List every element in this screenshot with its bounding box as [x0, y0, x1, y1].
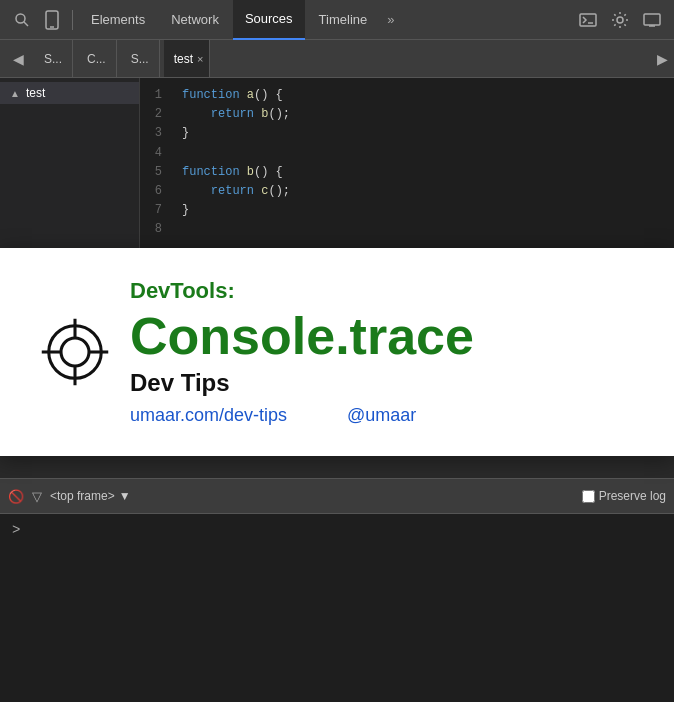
website-link[interactable]: umaar.com/dev-tips — [130, 405, 287, 426]
format-icon: ▶ — [657, 51, 668, 67]
card-links: umaar.com/dev-tips @umaar — [130, 405, 634, 426]
devtools-window: Elements Network Sources Timeline » — [0, 0, 674, 702]
subtab-snippets[interactable]: S... — [34, 40, 73, 77]
console-toolbar: 🚫 ▽ <top frame> ▼ Preserve log — [0, 478, 674, 514]
card-subtitle: Dev Tips — [130, 369, 634, 397]
file-tab-test[interactable]: test × — [164, 40, 211, 77]
tab-sources[interactable]: Sources — [233, 0, 305, 40]
card-label: DevTools: — [130, 278, 634, 304]
svg-point-6 — [617, 17, 623, 23]
clear-console-icon[interactable]: 🚫 — [8, 489, 24, 504]
svg-line-1 — [24, 22, 28, 26]
overlay-card: DevTools: Console.trace Dev Tips umaar.c… — [0, 248, 674, 456]
empty-space — [0, 584, 674, 702]
tab-timeline[interactable]: Timeline — [307, 0, 380, 40]
preserve-log-checkbox[interactable] — [582, 490, 595, 503]
search-icon[interactable] — [8, 6, 36, 34]
gear-icon[interactable] — [606, 6, 634, 34]
console-output: > — [0, 514, 674, 584]
back-nav-icon[interactable]: ◀ — [6, 47, 30, 71]
main-toolbar: Elements Network Sources Timeline » — [0, 0, 674, 40]
preserve-log-toggle[interactable]: Preserve log — [582, 489, 666, 503]
device-icon[interactable] — [38, 6, 66, 34]
toolbar-right — [574, 6, 666, 34]
subtoolbar-right-icon[interactable]: ▶ — [657, 50, 668, 68]
sources-subtoolbar: ◀ S... C... S... test × ▶ — [0, 40, 674, 78]
twitter-link[interactable]: @umaar — [347, 405, 416, 426]
close-file-tab[interactable]: × — [197, 53, 203, 65]
subtab-content[interactable]: C... — [77, 40, 117, 77]
crosshair-icon — [40, 317, 110, 387]
svg-point-11 — [61, 338, 89, 366]
screen-icon[interactable] — [638, 6, 666, 34]
console-prompt[interactable]: > — [12, 522, 20, 538]
frame-selector[interactable]: <top frame> ▼ — [50, 489, 131, 503]
tab-elements[interactable]: Elements — [79, 0, 157, 40]
toolbar-divider-1 — [72, 10, 73, 30]
subtab-scope[interactable]: S... — [121, 40, 160, 77]
more-tabs-button[interactable]: » — [381, 8, 400, 31]
svg-point-0 — [16, 14, 25, 23]
card-content: DevTools: Console.trace Dev Tips umaar.c… — [130, 278, 634, 426]
tab-network[interactable]: Network — [159, 0, 231, 40]
svg-rect-7 — [644, 14, 660, 25]
file-item-test[interactable]: ▲ test — [0, 82, 139, 104]
card-title: Console.trace — [130, 308, 634, 365]
svg-rect-4 — [580, 14, 596, 26]
terminal-icon[interactable] — [574, 6, 602, 34]
file-icon: ▲ — [10, 88, 20, 99]
filter-icon[interactable]: ▽ — [32, 489, 42, 504]
